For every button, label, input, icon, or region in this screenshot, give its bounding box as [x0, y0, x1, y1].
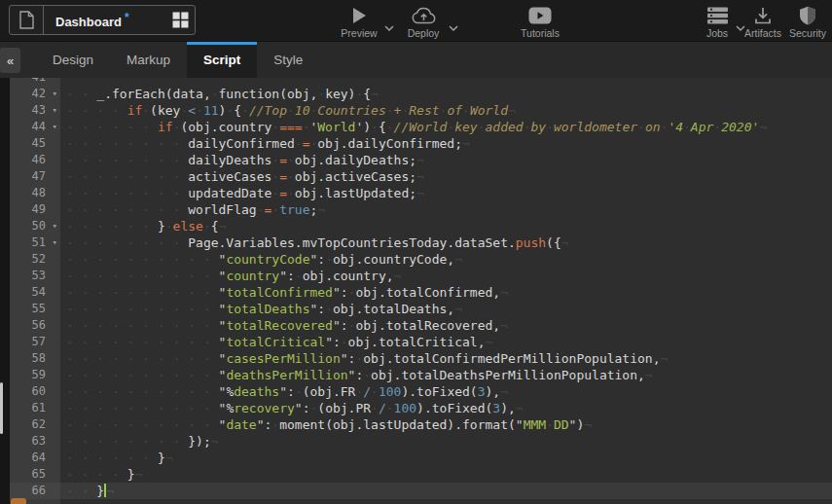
line-number[interactable]: 51▾: [10, 234, 60, 251]
tutorials-button[interactable]: Tutorials: [513, 5, 567, 39]
line-number[interactable]: 63: [10, 433, 60, 450]
code-text[interactable]: · · · · · · · · · · "%recovery":·(obj.PR…: [60, 400, 832, 416]
collapse-left-panel-button[interactable]: «: [0, 48, 20, 73]
code-text[interactable]: · · · · · · · · });¬: [60, 433, 832, 450]
line-number[interactable]: 64: [10, 450, 60, 466]
tab-script[interactable]: Script: [187, 42, 257, 78]
code-line-51[interactable]: 51▾· · · · · · · · Page.Variables.mvTopC…: [10, 234, 832, 251]
code-text[interactable]: · · · · · · · · Page.Variables.mvTopCoun…: [60, 234, 832, 251]
code-line-54[interactable]: 54· · · · · · · · · · "totalConfirmed":·…: [10, 284, 832, 301]
line-number[interactable]: 47: [10, 168, 60, 185]
code-text[interactable]: · · · · · · }·else·{¬: [60, 218, 832, 234]
line-number[interactable]: 43▾: [10, 102, 60, 119]
code-text[interactable]: · · · · if·(key·<·11)·{·//Top·10·Countri…: [60, 102, 832, 119]
fold-icon[interactable]: ▾: [53, 119, 57, 135]
code-line-57[interactable]: 57· · · · · · · · · · "totalCritical":·o…: [10, 334, 832, 350]
code-line-64[interactable]: 64· · · · · · }¬: [10, 450, 832, 466]
code-text[interactable]: · · · · · · · · updatedDate·=·obj.lastUp…: [60, 185, 832, 201]
pages-grid-icon[interactable]: [165, 12, 195, 28]
code-line-44[interactable]: 44▾· · · · · · if·(obj.country·===·'Worl…: [10, 119, 832, 135]
page-tab[interactable]: Dashboard*: [9, 5, 196, 35]
code-text[interactable]: · · · · · · · · · · "totalConfirmed":·ob…: [60, 284, 832, 301]
line-number[interactable]: 49: [10, 201, 60, 218]
line-number[interactable]: 60: [10, 383, 60, 400]
security-button[interactable]: Security: [784, 5, 831, 39]
tab-design[interactable]: Design: [36, 42, 110, 78]
fold-icon[interactable]: ▾: [53, 234, 57, 251]
line-number[interactable]: 54: [10, 284, 60, 301]
code-text[interactable]: · · · · · · · · · · "totalRecovered":·ob…: [60, 317, 832, 334]
code-line-62[interactable]: 62· · · · · · · · · · "date":·moment(obj…: [10, 416, 832, 433]
code-line-41[interactable]: 41: [10, 78, 832, 86]
line-number[interactable]: 48: [10, 185, 60, 201]
code-line-52[interactable]: 52· · · · · · · · · · "countryCode":·obj…: [10, 251, 832, 268]
line-number[interactable]: 41: [10, 78, 60, 86]
fold-icon[interactable]: ▾: [53, 218, 57, 234]
scrollbar-thumb[interactable]: [0, 382, 3, 434]
code-line-55[interactable]: 55· · · · · · · · · · "totalDeaths":·obj…: [10, 301, 832, 317]
line-number[interactable]: 61: [10, 400, 60, 416]
file-icon[interactable]: [10, 6, 44, 34]
line-number[interactable]: 58: [10, 350, 60, 367]
code-line-61[interactable]: 61· · · · · · · · · · "%recovery":·(obj.…: [10, 400, 832, 416]
code-line-48[interactable]: 48· · · · · · · · updatedDate·=·obj.last…: [10, 185, 832, 201]
code-line-66[interactable]: 66· · }¬: [10, 483, 832, 499]
fold-icon[interactable]: ▾: [53, 86, 57, 102]
line-number[interactable]: 45: [10, 135, 60, 152]
code-text[interactable]: · · · · · · · · · · "totalDeaths":·obj.t…: [60, 301, 832, 317]
line-number[interactable]: 66: [10, 483, 60, 499]
chevron-down-icon[interactable]: [384, 18, 394, 35]
code-text[interactable]: · · · · · · · · dailyDeaths·=·obj.dailyD…: [60, 152, 832, 168]
code-text[interactable]: [60, 78, 832, 86]
code-text[interactable]: · · · · · · · · · · "totalCritical":·obj…: [60, 334, 832, 350]
tab-markup[interactable]: Markup: [110, 42, 187, 78]
line-number[interactable]: 42▾: [10, 86, 60, 102]
code-line-53[interactable]: 53· · · · · · · · · · "country":·obj.cou…: [10, 268, 832, 284]
code-text[interactable]: · · · · · · · · activeCases·=·obj.active…: [60, 168, 832, 185]
code-line-58[interactable]: 58· · · · · · · · · · "casesPerMillion":…: [10, 350, 832, 367]
code-text[interactable]: · · · · · · · · · · "country":·obj.count…: [60, 268, 832, 284]
line-number[interactable]: 44▾: [10, 119, 60, 135]
line-number[interactable]: 57: [10, 334, 60, 350]
code-text[interactable]: · · · · }¬: [60, 466, 832, 483]
line-number[interactable]: 56: [10, 317, 60, 334]
line-number[interactable]: 53: [10, 268, 60, 284]
code-text[interactable]: · · _.forEach(data,·function(obj,·key)·{…: [60, 86, 832, 102]
code-line-59[interactable]: 59· · · · · · · · · · "deathsPerMillion"…: [10, 367, 832, 383]
code-line-50[interactable]: 50▾· · · · · · }·else·{¬: [10, 218, 832, 234]
code-line-45[interactable]: 45· · · · · · · · dailyConfirmed·=·obj.d…: [10, 135, 832, 152]
code-line-49[interactable]: 49· · · · · · · · worldFlag·=·true;¬: [10, 201, 832, 218]
code-text[interactable]: · · · · · · · · · · "date":·moment(obj.l…: [60, 416, 832, 433]
code-line-46[interactable]: 46· · · · · · · · dailyDeaths·=·obj.dail…: [10, 152, 832, 168]
code-line-43[interactable]: 43▾· · · · if·(key·<·11)·{·//Top·10·Coun…: [10, 102, 832, 119]
code-text[interactable]: · · }¬: [60, 483, 832, 499]
code-text[interactable]: · · · · · · if·(obj.country·===·'World')…: [60, 119, 832, 135]
code-area[interactable]: 4142▾· · _.forEach(data,·function(obj,·k…: [10, 78, 832, 504]
deploy-button[interactable]: Deploy: [396, 5, 451, 39]
code-text[interactable]: · · · · · · · · · · "casesPerMillion":·o…: [60, 350, 832, 367]
code-line-47[interactable]: 47· · · · · · · · activeCases·=·obj.acti…: [10, 168, 832, 185]
code-line-56[interactable]: 56· · · · · · · · · · "totalRecovered":·…: [10, 317, 832, 334]
line-number[interactable]: 59: [10, 367, 60, 383]
line-number[interactable]: 52: [10, 251, 60, 268]
fold-icon[interactable]: ▾: [53, 102, 57, 119]
code-line-65[interactable]: 65· · · · }¬: [10, 466, 832, 483]
code-text[interactable]: · · · · · · }¬: [60, 450, 832, 466]
line-number[interactable]: 55: [10, 301, 60, 317]
preview-button[interactable]: Preview: [332, 5, 386, 39]
line-number[interactable]: 46: [10, 152, 60, 168]
code-text[interactable]: · · · · · · · · worldFlag·=·true;¬: [60, 201, 832, 218]
tab-style[interactable]: Style: [257, 42, 319, 78]
artifacts-button[interactable]: Artifacts: [738, 5, 788, 39]
code-text[interactable]: · · · · · · · · · · "countryCode":·obj.c…: [60, 251, 832, 268]
code-line-60[interactable]: 60· · · · · · · · · · "%deaths":·(obj.FR…: [10, 383, 832, 400]
code-text[interactable]: · · · · · · · · · · "deathsPerMillion":·…: [60, 367, 832, 383]
chevron-down-icon[interactable]: [449, 18, 458, 35]
code-text[interactable]: · · · · · · · · dailyConfirmed·=·obj.dai…: [60, 135, 832, 152]
line-number[interactable]: 62: [10, 416, 60, 433]
code-line-63[interactable]: 63· · · · · · · · });¬: [10, 433, 832, 450]
code-line-42[interactable]: 42▾· · _.forEach(data,·function(obj,·key…: [10, 86, 832, 102]
code-text[interactable]: · · · · · · · · · · "%deaths":·(obj.FR·/…: [60, 383, 832, 400]
jobs-button[interactable]: Jobs: [698, 5, 737, 39]
line-number[interactable]: 65: [10, 466, 60, 483]
